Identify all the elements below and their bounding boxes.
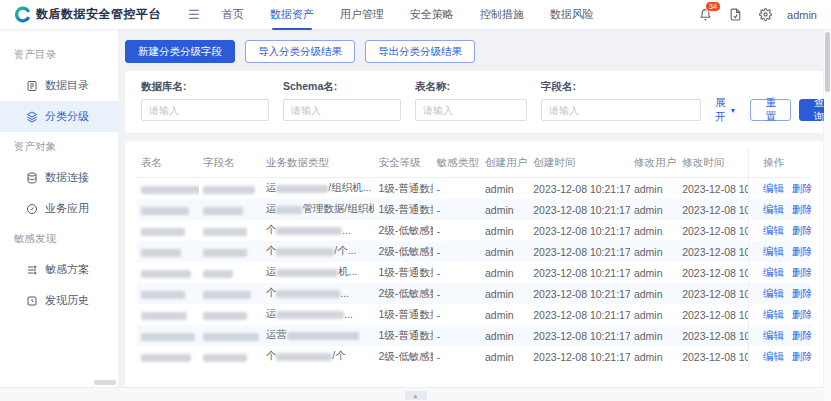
cell-operations: 编辑删除 — [749, 199, 811, 220]
notification-bell-icon[interactable]: 34 — [697, 7, 713, 23]
delete-link[interactable]: 删除 — [792, 308, 811, 320]
edit-link[interactable]: 编辑 — [763, 350, 784, 362]
cell-create-time: 2023-12-08 10:21:17 — [529, 325, 630, 346]
edit-link[interactable]: 编辑 — [763, 245, 784, 257]
cell-field-name — [199, 304, 261, 325]
col-modify-time: 修改时间 — [678, 149, 748, 178]
table-row[interactable]: 个... 2级-低敏感数... - admin 2023-12-08 10:21… — [137, 283, 811, 304]
document-icon[interactable] — [727, 7, 743, 23]
table-row[interactable]: 运... 1级-普通数据 - admin 2023-12-08 10:21:17… — [137, 304, 811, 325]
sidebar-section-asset-objects: 资产对象 — [0, 132, 118, 162]
cell-modify-user: admin — [630, 325, 678, 346]
current-user[interactable]: admin — [787, 9, 817, 21]
sidebar-item-business-apps[interactable]: 业务应用 — [0, 193, 118, 224]
table-row[interactable]: 运机... 1级-普通数据 - admin 2023-12-08 10:21:1… — [137, 262, 811, 283]
redacted-text — [141, 228, 185, 236]
cell-modify-time: 2023-12-08 10 — [678, 283, 748, 304]
cell-modify-user: admin — [630, 346, 678, 367]
cell-field-name — [199, 325, 261, 346]
field-name-input[interactable] — [541, 99, 701, 121]
new-classification-field-button[interactable]: 新建分类分级字段 — [125, 40, 235, 63]
sidebar-item-classification[interactable]: 分类分级 — [0, 101, 118, 132]
cell-modify-user: admin — [630, 199, 678, 220]
edit-link[interactable]: 编辑 — [763, 203, 784, 215]
cell-security-level: 2级-低敏感数据 — [374, 346, 432, 367]
schema-name-input[interactable] — [283, 99, 401, 121]
table-row[interactable]: 运/组织机... 1级-普通数据 - admin 2023-12-08 10:2… — [137, 178, 811, 199]
plan-icon — [26, 264, 38, 276]
nav-data-risk[interactable]: 数据风险 — [550, 0, 594, 30]
cell-operations: 编辑删除 — [749, 220, 811, 241]
col-create-user: 创建用户 — [481, 149, 529, 178]
menu-toggle-icon[interactable]: ☰ — [188, 7, 200, 22]
nav-home[interactable]: 首页 — [222, 0, 244, 30]
cell-table-name — [137, 199, 199, 220]
cell-modify-time: 2023-12-08 10 — [678, 325, 748, 346]
database-name-input[interactable] — [141, 99, 269, 121]
delete-link[interactable]: 删除 — [792, 266, 811, 278]
chevron-down-icon: ▼ — [729, 106, 736, 114]
col-sensitive-type: 敏感类型 — [433, 149, 481, 178]
page-scrollbar[interactable] — [824, 30, 831, 401]
table-header-row: 表名 字段名 业务数据类型 安全等级 敏感类型 创建用户 创建时间 修改用户 修… — [137, 149, 811, 178]
nav-user-management[interactable]: 用户管理 — [340, 0, 384, 30]
cell-field-name — [199, 220, 261, 241]
sidebar-item-sensitive-plan[interactable]: 敏感方案 — [0, 254, 118, 285]
sidebar-item-data-catalog[interactable]: 数据目录 — [0, 70, 118, 101]
redacted-text — [203, 228, 247, 236]
edit-link[interactable]: 编辑 — [763, 266, 784, 278]
sidebar-item-discovery-history[interactable]: 发现历史 — [0, 285, 118, 316]
cell-operations: 编辑删除 — [749, 304, 811, 325]
edit-link[interactable]: 编辑 — [763, 287, 784, 299]
export-results-button[interactable]: 导出分类分级结果 — [365, 40, 475, 63]
app-icon — [26, 203, 38, 215]
delete-link[interactable]: 删除 — [792, 350, 811, 362]
results-table-card: 表名 字段名 业务数据类型 安全等级 敏感类型 创建用户 创建时间 修改用户 修… — [125, 141, 823, 387]
delete-link[interactable]: 删除 — [792, 203, 811, 215]
sidebar-item-data-connections[interactable]: 数据连接 — [0, 162, 118, 193]
nav-data-assets[interactable]: 数据资产 — [270, 0, 314, 30]
cell-sensitive-type: - — [433, 304, 481, 325]
table-row[interactable]: 个... 2级-低敏感数... - admin 2023-12-08 10:21… — [137, 220, 811, 241]
expand-filters-link[interactable]: 展开 ▼ — [715, 99, 736, 121]
cell-sensitive-type: - — [433, 220, 481, 241]
delete-link[interactable]: 删除 — [792, 287, 811, 299]
cell-operations: 编辑删除 — [749, 262, 811, 283]
toolbar: 新建分类分级字段 导入分类分级结果 导出分类分级结果 — [125, 40, 823, 63]
nav-control-measures[interactable]: 控制措施 — [480, 0, 524, 30]
table-row[interactable]: 个/个 2级-低敏感数据 - admin 2023-12-08 10:21:17… — [137, 346, 811, 367]
edit-link[interactable]: 编辑 — [763, 308, 784, 320]
delete-link[interactable]: 删除 — [792, 329, 811, 341]
edit-link[interactable]: 编辑 — [763, 329, 784, 341]
redacted-text — [287, 332, 359, 340]
cell-modify-user: admin — [630, 304, 678, 325]
table-row[interactable]: 运管理数据/组织机... 1级-普通数据 - admin 2023-12-08 … — [137, 199, 811, 220]
delete-link[interactable]: 删除 — [792, 245, 811, 257]
nav-security-policy[interactable]: 安全策略 — [410, 0, 454, 30]
cell-create-user: admin — [481, 178, 529, 199]
import-results-button[interactable]: 导入分类分级结果 — [245, 40, 355, 63]
cell-operations: 编辑删除 — [749, 346, 811, 367]
edit-link[interactable]: 编辑 — [763, 182, 784, 194]
cell-sensitive-type: - — [433, 241, 481, 262]
drawer-collapse-handle[interactable]: ▲ — [405, 391, 427, 400]
cell-business-data-type: 运营 — [262, 325, 375, 346]
gear-icon[interactable] — [757, 7, 773, 23]
cell-create-time: 2023-12-08 10:21:17 — [529, 220, 630, 241]
cell-security-level: 1级-普通数据 — [374, 304, 432, 325]
cell-modify-user: admin — [630, 220, 678, 241]
delete-link[interactable]: 删除 — [792, 182, 811, 194]
edit-link[interactable]: 编辑 — [763, 224, 784, 236]
delete-link[interactable]: 删除 — [792, 224, 811, 236]
cell-sensitive-type: - — [433, 283, 481, 304]
table-row[interactable]: 个/个... 2级-低敏感数... - admin 2023-12-08 10:… — [137, 241, 811, 262]
table-row[interactable]: 运营 1级-普通数据 - admin 2023-12-08 10:21:17 a… — [137, 325, 811, 346]
cell-create-time: 2023-12-08 10:21:17 — [529, 199, 630, 220]
sidebar-scrollbar[interactable] — [94, 380, 116, 385]
schema-name-label: Schema名: — [283, 80, 401, 94]
database-icon — [26, 172, 38, 184]
cell-create-user: admin — [481, 262, 529, 283]
table-name-input[interactable] — [415, 99, 527, 121]
reset-button[interactable]: 重置 — [750, 99, 791, 121]
cell-modify-time: 2023-12-08 10 — [678, 262, 748, 283]
